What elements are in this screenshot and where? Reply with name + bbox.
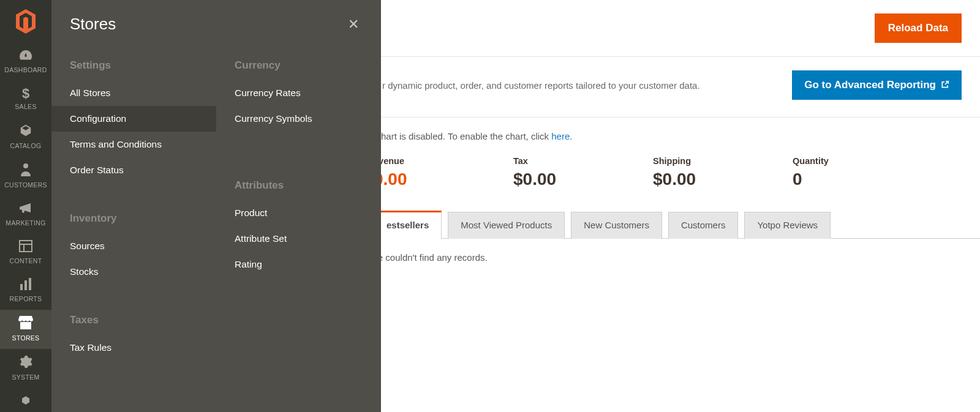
flyout-link-currency-rates[interactable]: Currency Rates [216, 80, 381, 106]
nav-marketing[interactable]: MARKETING [0, 196, 51, 234]
tab-yotpo-reviews[interactable]: Yotpo Reviews [744, 212, 831, 239]
dashboard-tabs: estsellers Most Viewed Products New Cust… [358, 210, 980, 239]
close-icon: ✕ [348, 17, 359, 32]
stat-label: evenue [374, 156, 513, 166]
megaphone-icon [18, 202, 33, 217]
stats-row: evenue 0.00 Tax $0.00 Shipping $0.00 Qua… [358, 144, 980, 210]
gear-icon [19, 355, 32, 371]
svg-rect-6 [29, 278, 31, 290]
advanced-reporting-label: Go to Advanced Reporting [804, 79, 936, 91]
flyout-link-order-status[interactable]: Order Status [51, 157, 216, 183]
advanced-reporting-button[interactable]: Go to Advanced Reporting [792, 70, 962, 100]
stat-shipping: Shipping $0.00 [653, 156, 793, 189]
nav-content[interactable]: CONTENT [0, 234, 51, 272]
nav-stores[interactable]: STORES [0, 310, 51, 349]
nav-label: CONTENT [10, 257, 42, 264]
external-link-icon [941, 80, 949, 91]
nav-label: MARKETING [6, 219, 45, 227]
flyout-col-right: Currency Currency Rates Currency Symbols… [216, 48, 381, 361]
stat-value: $0.00 [653, 170, 793, 189]
nav-label: STORES [12, 334, 40, 342]
nav-catalog[interactable]: CATALOG [0, 118, 51, 157]
dollar-icon: $ [22, 87, 29, 100]
nav-label: SALES [15, 103, 36, 110]
flyout-group-taxes: Taxes [51, 303, 216, 335]
flyout-link-configuration[interactable]: Configuration [51, 106, 216, 132]
stat-label: Shipping [653, 156, 793, 166]
tab-most-viewed[interactable]: Most Viewed Products [448, 212, 565, 239]
person-icon [20, 163, 31, 179]
svg-point-0 [23, 163, 28, 168]
stat-revenue: evenue 0.00 [374, 156, 513, 189]
nav-sales[interactable]: $ SALES [0, 81, 51, 118]
nav-label: SYSTEM [12, 373, 39, 381]
nav-dashboard[interactable]: DASHBOARD [0, 43, 51, 81]
reload-data-button[interactable]: Reload Data [875, 13, 962, 43]
nav-rail: DASHBOARD $ SALES CATALOG CUSTOMERS MARK… [0, 0, 51, 412]
nav-system[interactable]: SYSTEM [0, 349, 51, 388]
stat-value: 0.00 [374, 170, 513, 189]
box-icon [19, 124, 32, 140]
svg-rect-5 [24, 280, 27, 290]
stat-quantity: Quantity 0 [793, 156, 932, 189]
stat-tax: Tax $0.00 [513, 156, 653, 189]
flyout-title: Stores [70, 15, 116, 34]
flyout-link-terms[interactable]: Terms and Conditions [51, 132, 216, 157]
tab-bestsellers[interactable]: estsellers [374, 211, 442, 239]
nav-label: CUSTOMERS [4, 181, 47, 189]
svg-rect-4 [20, 284, 23, 290]
chart-disabled-note: hart is disabled. To enable the chart, c… [363, 118, 980, 144]
stat-value: $0.00 [513, 170, 653, 189]
chart-note-text: hart is disabled. To enable the chart, c… [381, 131, 551, 141]
nav-reports[interactable]: REPORTS [0, 272, 51, 310]
tab-body-empty: 'e couldn't find any records. [358, 239, 980, 276]
storefront-icon [18, 316, 33, 332]
bars-icon [19, 278, 32, 293]
cube-icon [19, 394, 32, 408]
nav-label: CATALOG [10, 142, 42, 149]
flyout-link-product-attr[interactable]: Product [216, 200, 381, 226]
tab-customers[interactable]: Customers [668, 212, 739, 239]
stat-label: Quantity [793, 156, 932, 166]
flyout-link-all-stores[interactable]: All Stores [51, 80, 216, 106]
flyout-link-sources[interactable]: Sources [51, 233, 216, 259]
empty-records-text: 'e couldn't find any records. [376, 252, 488, 263]
tab-new-customers[interactable]: New Customers [571, 212, 662, 239]
nav-label: DASHBOARD [4, 66, 47, 73]
flyout-close-button[interactable]: ✕ [348, 17, 359, 32]
flyout-group-inventory: Inventory [51, 201, 216, 233]
nav-extra[interactable] [0, 388, 51, 408]
advanced-reporting-text: r dynamic product, order, and customer r… [382, 80, 700, 91]
layout-icon [19, 240, 32, 255]
flyout-link-tax-rules[interactable]: Tax Rules [51, 335, 216, 361]
chart-note-suffix: . [570, 131, 572, 141]
flyout-link-currency-symbols[interactable]: Currency Symbols [216, 106, 381, 132]
nav-customers[interactable]: CUSTOMERS [0, 157, 51, 196]
flyout-group-currency: Currency [216, 48, 381, 80]
stores-flyout: Stores ✕ Settings All Stores Configurati… [51, 0, 381, 412]
gauge-icon [18, 49, 33, 64]
chart-enable-link[interactable]: here [551, 131, 570, 141]
flyout-link-rating[interactable]: Rating [216, 252, 381, 277]
nav-label: REPORTS [10, 295, 42, 302]
flyout-link-attribute-set[interactable]: Attribute Set [216, 226, 381, 252]
svg-rect-1 [20, 241, 32, 252]
flyout-col-left: Settings All Stores Configuration Terms … [51, 48, 216, 361]
magento-logo[interactable] [0, 0, 51, 43]
flyout-group-attributes: Attributes [216, 168, 381, 200]
flyout-link-stocks[interactable]: Stocks [51, 259, 216, 285]
stat-label: Tax [513, 156, 653, 166]
stat-value: 0 [793, 170, 932, 189]
flyout-group-settings: Settings [51, 48, 216, 80]
